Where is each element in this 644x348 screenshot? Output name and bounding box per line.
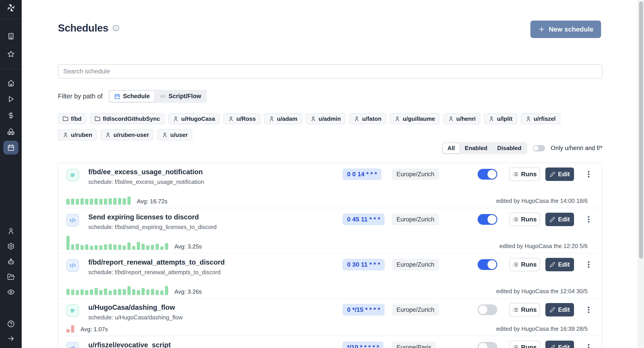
runs-button[interactable]: Runs (510, 213, 540, 226)
tab-enabled[interactable]: Enabled (460, 143, 492, 153)
path-chip[interactable]: u/admin (306, 113, 346, 124)
sidebar-item-users[interactable] (7, 227, 15, 235)
schedule-row: Send expiring licenses to discord schedu… (58, 208, 602, 254)
path-chip[interactable]: u/henri (444, 113, 480, 124)
only-filter-label: Only u/henri and f/* (551, 145, 602, 152)
path-chip[interactable]: u/faton (349, 113, 386, 124)
runs-button[interactable]: Runs (510, 168, 540, 181)
kind-script-flow-tab[interactable]: Script/Flow (155, 91, 206, 102)
edit-button[interactable]: Edit (546, 340, 574, 348)
info-icon[interactable] (112, 24, 120, 32)
path-chip-label: u/guillaume (403, 116, 435, 122)
enabled-toggle[interactable] (478, 342, 497, 348)
runs-button[interactable]: Runs (510, 340, 540, 348)
dots-vertical-icon (588, 306, 590, 313)
path-chip[interactable]: u/HugoCasa (168, 113, 220, 124)
sidebar-item-folders[interactable] (7, 273, 15, 281)
avg-duration: Avg: 3.26s (174, 288, 202, 295)
path-chip[interactable]: f/bd (58, 113, 86, 124)
scrollbar-thumb[interactable] (639, 1, 643, 258)
dots-vertical-icon (588, 261, 590, 268)
sidebar-item-help[interactable] (7, 320, 15, 328)
kebab-menu[interactable] (585, 258, 592, 271)
new-schedule-button[interactable]: New schedule (530, 20, 601, 38)
path-chip[interactable]: u/rfiszel (521, 113, 560, 124)
path-chip[interactable]: u/ruben-user (100, 129, 154, 140)
edited-by: edited by HugoCasa the 12:04 30/5 (496, 288, 588, 294)
path-chip[interactable]: u/ruben (58, 129, 97, 140)
edited-by: edited by HugoCasa the 14:00 18/6 (496, 198, 588, 204)
flow-icon (66, 169, 79, 182)
edit-button[interactable]: Edit (546, 258, 574, 271)
sidebar-item-runs[interactable] (7, 95, 15, 103)
building-icon (7, 32, 15, 40)
sidebar-item-variables[interactable] (7, 112, 15, 120)
code-icon (66, 342, 79, 348)
list-icon (512, 216, 518, 222)
enabled-toggle[interactable] (478, 304, 497, 315)
list-icon (512, 344, 518, 348)
sidebar-item-audit[interactable] (7, 288, 15, 296)
play-icon (7, 95, 15, 103)
sidebar-item-home[interactable] (7, 79, 15, 87)
pencil-icon (550, 262, 555, 268)
path-chip[interactable]: f/discordGithubSync (90, 113, 165, 124)
search-input[interactable] (58, 64, 602, 78)
path-chip-label: u/faton (362, 116, 382, 122)
path-chip[interactable]: u/Ross (224, 113, 260, 124)
path-chip-label: f/discordGithubSync (103, 116, 160, 122)
schedule-name: u/rfiszel/evocative_script (88, 340, 171, 348)
dots-vertical-icon (588, 216, 590, 223)
sidebar-item-workers[interactable] (7, 258, 15, 266)
path-chip-label: u/admin (319, 116, 341, 122)
path-chip-label: u/HugoCasa (181, 116, 215, 122)
sidebar-item-schedules-active[interactable] (3, 141, 18, 154)
runs-sparkline (66, 286, 168, 295)
kebab-menu[interactable] (585, 168, 592, 181)
runs-button[interactable]: Runs (510, 258, 540, 271)
folder-open-icon (7, 273, 15, 281)
path-chip[interactable]: u/guillaume (390, 113, 440, 124)
sidebar-item-workspace[interactable] (7, 32, 15, 40)
plus-icon (538, 26, 545, 33)
enabled-toggle[interactable] (478, 259, 497, 270)
user-icon (228, 116, 234, 122)
cron-badge: 0 30 11 * * * (342, 259, 384, 270)
sidebar-item-favorites[interactable] (7, 50, 15, 58)
path-chip[interactable]: u/user (157, 129, 192, 140)
path-chip-label: u/ruben (71, 132, 92, 138)
kebab-menu[interactable] (585, 340, 592, 348)
user-icon (62, 132, 68, 138)
kind-schedule-tab[interactable]: Schedule (110, 91, 154, 102)
schedule-row: f/bd/report_renewal_attempts_to_discord … (58, 254, 602, 298)
star-icon (7, 50, 15, 58)
enabled-toggle[interactable] (478, 214, 497, 225)
cron-badge: 0 0 14 * * * (342, 168, 382, 180)
tab-all[interactable]: All (443, 143, 459, 153)
only-filter-toggle[interactable] (533, 145, 545, 152)
path-chip-label: u/henri (456, 116, 476, 122)
enabled-toggle[interactable] (478, 169, 497, 180)
gear-icon (7, 242, 15, 250)
path-chip[interactable]: u/lplit (484, 113, 517, 124)
sidebar-item-settings[interactable] (7, 242, 15, 250)
runs-sparkline (66, 196, 130, 205)
runs-button[interactable]: Runs (510, 303, 540, 316)
edit-button[interactable]: Edit (546, 213, 574, 226)
sidebar-expand-button[interactable] (7, 334, 15, 343)
edit-button[interactable]: Edit (546, 303, 574, 316)
kebab-menu[interactable] (585, 213, 592, 226)
path-chip[interactable]: u/adam (264, 113, 302, 124)
folder-icon (94, 116, 100, 122)
windmill-logo-icon[interactable] (6, 3, 16, 14)
edit-button[interactable]: Edit (546, 168, 574, 181)
kebab-menu[interactable] (585, 303, 592, 316)
sidebar-item-resources[interactable] (7, 128, 15, 136)
path-chip-label: f/bd (71, 116, 82, 122)
schedules-list: f/bd/ee_excess_usage_notification schedu… (58, 162, 602, 348)
tab-disabled[interactable]: Disabled (492, 143, 526, 153)
timezone-badge: Europe/Zurich (392, 304, 439, 316)
code-icon (66, 259, 79, 272)
avg-duration: Avg: 3.25s (174, 243, 202, 250)
page-title: Schedules (58, 22, 108, 34)
